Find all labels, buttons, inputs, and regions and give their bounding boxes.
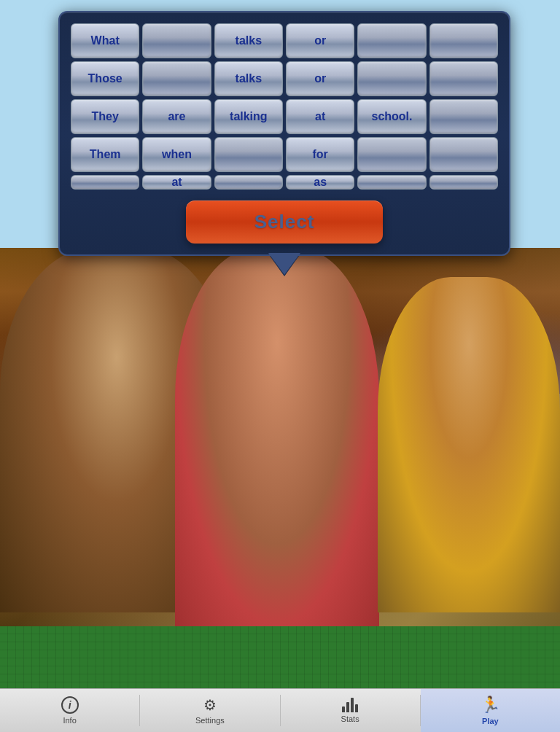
tab-info-label: Info — [63, 716, 76, 725]
tab-settings-label: Settings — [195, 716, 225, 725]
word-cell-empty-2[interactable] — [357, 23, 426, 58]
word-cell-for[interactable]: for — [286, 137, 354, 172]
word-cell-or-2[interactable]: or — [286, 61, 354, 96]
word-cell-empty-4[interactable] — [142, 61, 211, 96]
tab-play-label: Play — [482, 717, 499, 725]
word-cell-those[interactable]: Those — [71, 61, 139, 96]
tab-info[interactable]: i Info — [0, 689, 139, 732]
word-cell-are[interactable]: are — [142, 99, 211, 134]
green-bar — [0, 626, 560, 688]
play-run-icon: 🏃 — [481, 696, 500, 715]
word-cell-empty-10[interactable] — [429, 137, 498, 172]
word-cell-empty-7[interactable] — [429, 99, 498, 134]
tab-bar: i Info ⚙ Settings Stats 🏃 Play — [0, 688, 560, 732]
word-cell-they[interactable]: They — [71, 99, 139, 134]
word-cell-empty-8[interactable] — [214, 137, 283, 172]
popup-tail — [270, 256, 299, 276]
word-cell-empty-3[interactable] — [429, 23, 498, 58]
photo-background — [0, 248, 560, 671]
word-cell-empty-1[interactable] — [142, 23, 211, 58]
word-cell-at[interactable]: at — [286, 99, 354, 134]
word-cell-what[interactable]: What — [71, 23, 139, 58]
stats-icon — [342, 698, 358, 712]
word-cell-or[interactable]: or — [286, 23, 354, 58]
tab-play[interactable]: 🏃 Play — [421, 689, 560, 732]
student-mid — [175, 248, 379, 627]
word-cell-talks-2[interactable]: talks — [214, 61, 283, 96]
tab-settings[interactable]: ⚙ Settings — [140, 689, 279, 732]
word-cell-empty-11[interactable] — [71, 175, 139, 190]
word-cell-empty-13[interactable] — [357, 175, 426, 190]
word-cell-empty-14[interactable] — [429, 175, 498, 190]
student-right — [378, 277, 560, 612]
word-cell-as[interactable]: as — [286, 175, 354, 190]
word-cell-empty-12[interactable] — [214, 175, 283, 190]
select-button[interactable]: Select — [186, 200, 383, 244]
word-cell-when[interactable]: when — [142, 137, 211, 172]
word-cell-talking[interactable]: talking — [214, 99, 283, 134]
tab-stats[interactable]: Stats — [281, 689, 420, 732]
settings-icon: ⚙ — [203, 696, 217, 714]
word-grid: What talks or Those talks or They are ta… — [71, 23, 498, 190]
popup-box: What talks or Those talks or They are ta… — [58, 11, 510, 256]
word-cell-talks-1[interactable]: talks — [214, 23, 283, 58]
word-cell-empty-5[interactable] — [357, 61, 426, 96]
word-cell-school[interactable]: school. — [357, 99, 426, 134]
word-selection-popup: What talks or Those talks or They are ta… — [58, 11, 510, 276]
word-cell-them[interactable]: Them — [71, 137, 139, 172]
word-cell-at2[interactable]: at — [142, 175, 211, 190]
main-container: What talks or Those talks or They are ta… — [0, 0, 560, 732]
tab-stats-label: Stats — [341, 715, 359, 723]
word-cell-empty-9[interactable] — [357, 137, 426, 172]
word-cell-empty-6[interactable] — [429, 61, 498, 96]
info-icon: i — [61, 696, 79, 714]
